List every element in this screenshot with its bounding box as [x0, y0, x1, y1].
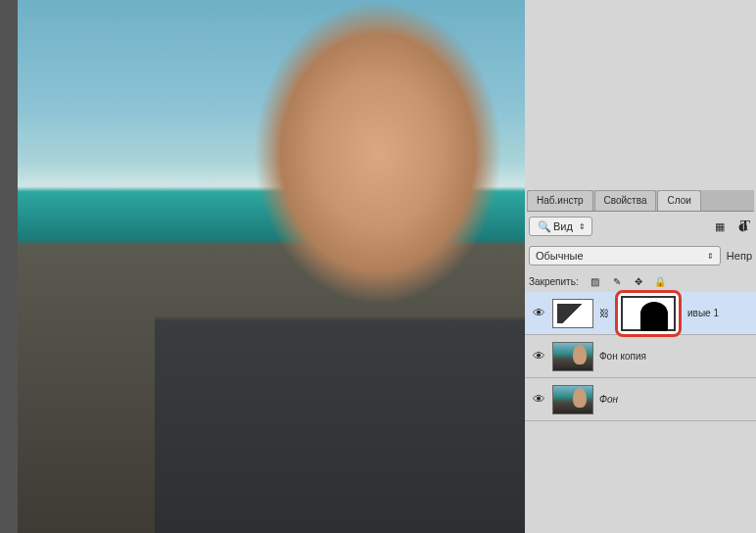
tab-properties[interactable]: Свойства — [594, 190, 657, 211]
layer-name[interactable]: Фон копия — [599, 351, 646, 362]
lock-icons: ▨ ✎ ✥ 🔒 — [589, 274, 667, 288]
layer-row[interactable]: 👁 ⛓ ивые 1 — [525, 292, 756, 335]
adjustment-thumb[interactable] — [552, 299, 593, 328]
chevron-updown-icon: ⇕ — [579, 222, 586, 231]
lock-pixels-icon[interactable]: ✎ — [610, 274, 624, 288]
lock-label: Закрепить: — [529, 276, 579, 287]
link-icon[interactable]: ⛓ — [599, 308, 609, 318]
layer-name[interactable]: Фон — [599, 394, 618, 405]
layer-name[interactable]: ивые 1 — [687, 308, 719, 318]
search-icon: 🔍 — [536, 218, 553, 235]
tab-layers[interactable]: Слои — [657, 190, 700, 211]
layer-thumb[interactable] — [552, 385, 593, 414]
layers-list: 👁 ⛓ ивые 1 👁 Фон копия 👁 Фон — [525, 292, 756, 533]
lock-transparency-icon[interactable]: ▨ — [589, 274, 602, 288]
visibility-eye-icon[interactable]: 👁 — [531, 306, 546, 321]
filter-text-icon[interactable]: T — [740, 218, 750, 234]
visibility-eye-icon[interactable]: 👁 — [531, 392, 546, 408]
blend-mode-select[interactable]: Обычные ⇕ — [529, 246, 721, 266]
photo-subject — [155, 0, 527, 533]
chevron-updown-icon: ⇕ — [707, 252, 714, 261]
layer-filter-row: 🔍 Вид ⇕ ▦ ◐ — [529, 216, 752, 237]
layer-filter-kind-label: Вид — [553, 220, 573, 232]
tab-tool-presets[interactable]: Наб.инстр — [527, 190, 593, 211]
lock-row: Закрепить: ▨ ✎ ✥ 🔒 — [529, 272, 752, 290]
lock-all-icon[interactable]: 🔒 — [653, 274, 667, 288]
mask-highlight — [615, 290, 682, 337]
panels: Наб.инстр Свойства Слои 🔍 Вид ⇕ ▦ ◐ T Об… — [525, 0, 756, 533]
blend-row: Обычные ⇕ Непр — [529, 245, 752, 266]
layer-row[interactable]: 👁 Фон копия — [525, 335, 756, 378]
layer-mask-thumb[interactable] — [621, 296, 676, 331]
opacity-label: Непр — [727, 250, 752, 262]
visibility-eye-icon[interactable]: 👁 — [531, 349, 546, 364]
layer-row[interactable]: 👁 Фон — [525, 378, 756, 421]
layer-filter-kind[interactable]: 🔍 Вид ⇕ — [529, 217, 592, 236]
panel-tabs: Наб.инстр Свойства Слои — [527, 190, 754, 212]
canvas-image — [18, 0, 525, 533]
layer-thumb[interactable] — [552, 342, 593, 371]
filter-image-icon[interactable]: ▦ — [711, 218, 729, 235]
blend-mode-value: Обычные — [536, 250, 584, 262]
lock-position-icon[interactable]: ✥ — [632, 274, 645, 288]
